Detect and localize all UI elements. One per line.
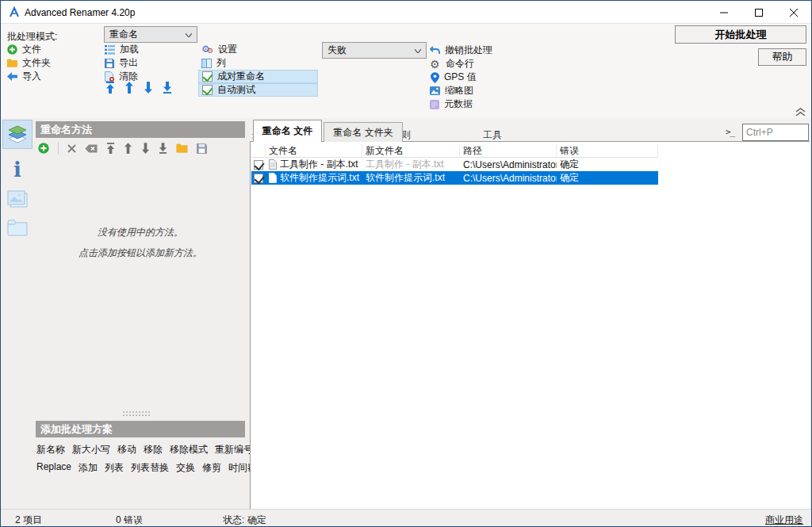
add-folders-button[interactable]: 文件夹	[7, 57, 51, 69]
license-link[interactable]: 商业用途	[765, 514, 803, 527]
clear-list-button[interactable]: 清除	[105, 71, 138, 82]
add-files-label: 文件	[22, 43, 41, 56]
export-list-button[interactable]: 导出	[105, 57, 138, 69]
header-path[interactable]: 路径	[460, 144, 557, 158]
method-bottom-icon[interactable]	[159, 143, 167, 154]
group-label-tools: 工具	[483, 128, 502, 142]
command-line-button[interactable]: ⚙ 命令行	[430, 58, 474, 70]
presets-header: 添加批处理方案	[36, 421, 245, 437]
clear-icon	[105, 71, 114, 82]
preset-add[interactable]: 添加	[79, 461, 98, 475]
move-bottom-icon[interactable]	[163, 82, 172, 94]
left-icon-strip: i	[1, 118, 33, 509]
header-error[interactable]: 错误	[557, 144, 658, 158]
preset-list-replace[interactable]: 列表替换	[131, 461, 169, 475]
conflict-rule-value: 失败	[327, 44, 347, 57]
import-arrow-icon	[7, 72, 17, 81]
tab-rename-folders[interactable]: 重命名 文件夹	[324, 122, 403, 142]
splitter-handle[interactable]	[122, 411, 151, 416]
checkbox-checked-icon	[202, 85, 213, 95]
auto-test-label: 自动测试	[217, 83, 255, 97]
add-files-button[interactable]: 文件	[7, 44, 41, 55]
preset-remove-pattern[interactable]: 移除模式	[170, 443, 208, 456]
tab-rename-files[interactable]: 重命名 文件	[253, 120, 322, 142]
cell-filename: 软件制作提示词.txt	[280, 171, 359, 185]
preset-swap[interactable]: 交换	[176, 461, 195, 475]
gps-values-label: GPS 值	[444, 71, 477, 84]
remove-method-icon[interactable]	[67, 144, 76, 153]
header-new-filename[interactable]: 新文件名	[362, 144, 460, 158]
preset-new-case[interactable]: 新大小写	[72, 443, 110, 456]
move-up-icon[interactable]	[124, 82, 134, 94]
preset-row-2: Replace 添加 列表 列表替换 交换 修剪 时间戳 脚本	[36, 461, 283, 475]
collapse-toolbar-icon[interactable]	[795, 108, 806, 116]
start-batch-button[interactable]: 开始批处理	[675, 25, 806, 44]
help-button[interactable]: 帮助	[758, 48, 806, 66]
close-icon	[790, 9, 798, 17]
conflict-rule-dropdown[interactable]: 失败	[322, 42, 427, 59]
table-row[interactable]: 工具制作 - 副本.txt 工具制作 - 副本.txt C:\Users\Adm…	[251, 158, 658, 171]
preset-new-name[interactable]: 新名称	[36, 443, 65, 456]
export-list-label: 导出	[119, 56, 138, 70]
row-checkbox-checked[interactable]	[254, 174, 263, 183]
close-button[interactable]	[776, 1, 811, 24]
cell-filename: 工具制作 - 副本.txt	[280, 158, 358, 171]
table-row-selected[interactable]: 软件制作提示词.txt 软件制作提示词.txt C:\Users\Adminis…	[251, 171, 658, 185]
cell-error: 确定	[557, 171, 658, 185]
maximize-icon	[755, 9, 763, 17]
header-filename[interactable]: 文件名	[266, 144, 362, 158]
folder-outline-icon	[7, 220, 28, 236]
tab-rename-files-label: 重命名 文件	[262, 124, 312, 138]
move-down-icon[interactable]	[144, 82, 153, 94]
settings-button[interactable]: ⚙ ⚙ 设置	[201, 44, 237, 55]
picture-icon	[7, 190, 28, 208]
save-icon	[105, 59, 114, 68]
maximize-button[interactable]	[741, 1, 776, 24]
preset-move[interactable]: 移动	[117, 443, 136, 456]
sidebar-item-methods[interactable]	[2, 120, 33, 149]
search-prompt-icon: >_	[726, 127, 734, 137]
load-list-button[interactable]: 加载	[105, 44, 139, 55]
import-button[interactable]: 导入	[7, 71, 41, 82]
move-top-icon[interactable]	[105, 82, 115, 94]
batch-mode-dropdown[interactable]: 重命名	[104, 26, 197, 43]
sidebar-item-folder[interactable]	[2, 213, 33, 242]
sidebar-item-info[interactable]: i	[2, 156, 33, 185]
preset-list[interactable]: 列表	[105, 461, 124, 475]
settings-label: 设置	[218, 43, 237, 56]
folder-icon	[7, 59, 17, 67]
chevron-down-icon	[415, 49, 421, 53]
file-list-pane: 文件名 新文件名 路径 错误 工具制作 - 副本.txt 工具制作 - 副本.t…	[250, 141, 810, 509]
add-method-icon[interactable]	[38, 143, 49, 154]
columns-button[interactable]: 列	[201, 57, 226, 69]
start-batch-label: 开始批处理	[715, 28, 767, 42]
gps-values-button[interactable]: GPS 值	[431, 71, 477, 83]
preset-renumber[interactable]: 重新编号	[215, 443, 253, 456]
save-preset-icon[interactable]	[197, 143, 207, 154]
preset-trim[interactable]: 修剪	[202, 461, 221, 475]
presets-header-label: 添加批处理方案	[40, 422, 113, 437]
columns-label: 列	[216, 56, 226, 70]
metadata-button[interactable]: 元数据	[430, 98, 473, 110]
method-down-icon[interactable]	[141, 143, 150, 154]
thumbnails-button[interactable]: 缩略图	[430, 85, 473, 97]
minimize-button[interactable]	[707, 1, 741, 24]
method-top-icon[interactable]	[106, 143, 115, 154]
image-icon	[430, 86, 440, 95]
preset-remove[interactable]: 移除	[144, 443, 163, 456]
row-checkbox-checked[interactable]	[254, 160, 263, 170]
undo-batch-button[interactable]: 撤销批处理	[430, 44, 492, 56]
sidebar-item-image[interactable]	[2, 185, 33, 213]
method-up-icon[interactable]	[124, 143, 132, 154]
remove-all-icon[interactable]	[85, 144, 98, 153]
open-preset-icon[interactable]	[176, 143, 188, 153]
search-input[interactable]	[742, 124, 809, 141]
chevron-down-icon	[186, 33, 192, 37]
methods-toolbar	[38, 142, 207, 155]
pair-rename-checkbox[interactable]: 成对重命名	[198, 70, 318, 83]
gear-icon: ⚙	[430, 59, 441, 70]
preset-replace[interactable]: Replace	[36, 461, 71, 475]
auto-test-checkbox[interactable]: 自动测试	[198, 83, 318, 97]
window-title: Advanced Renamer 4.20p	[25, 7, 135, 18]
methods-header-label: 重命名方法	[40, 123, 92, 137]
